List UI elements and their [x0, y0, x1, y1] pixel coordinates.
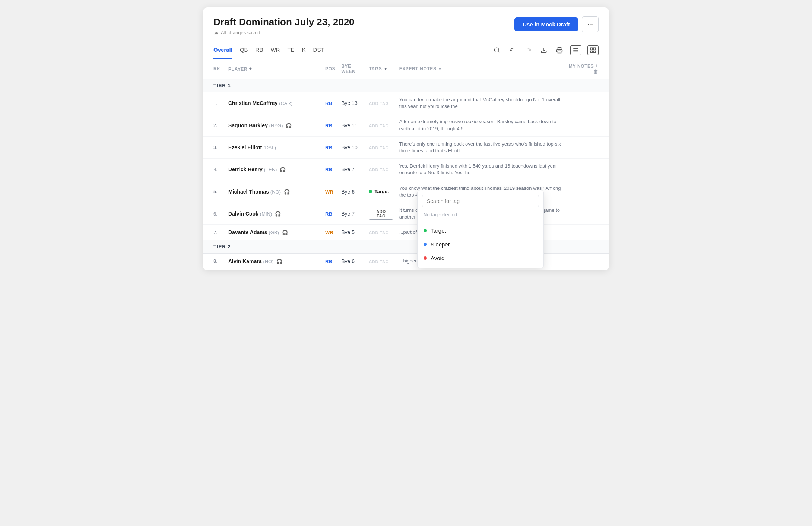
- player-2: Saquon Barkley (NYG) 🎧: [225, 114, 322, 136]
- grid-view-btn[interactable]: [587, 45, 599, 55]
- page-title: Draft Domination July 23, 2020: [213, 16, 355, 28]
- tab-k[interactable]: K: [302, 41, 306, 59]
- headset-icon-2: 🎧: [286, 123, 292, 128]
- bye-7: Bye 5: [338, 225, 366, 240]
- target-dot: [369, 190, 372, 193]
- redo-icon: [525, 47, 532, 54]
- tag-option-avoid[interactable]: Avoid: [418, 251, 543, 265]
- mynote-2: [564, 114, 609, 136]
- add-tag-button-6[interactable]: ADD TAG: [369, 208, 393, 220]
- mock-draft-button[interactable]: Use in Mock Draft: [514, 17, 578, 31]
- more-options-button[interactable]: ···: [582, 16, 599, 32]
- bye-4: Bye 7: [338, 159, 366, 181]
- player-5: Michael Thomas (NO) 🎧: [225, 181, 322, 203]
- tag-8[interactable]: ADD TAG: [366, 254, 396, 268]
- bye-5: Bye 6: [338, 181, 366, 203]
- add-tag-button-7[interactable]: ADD TAG: [369, 230, 388, 235]
- player-8: Alvin Kamara (NO) 🎧: [225, 254, 322, 268]
- nav-tabs: Overall QB RB WR TE K DST: [213, 41, 324, 59]
- mynote-6: [564, 203, 609, 224]
- table-header-row: RK PLAYER + POS BYE WEEK TAGS ▼ EXPERT N…: [203, 59, 609, 79]
- avoid-option-label: Avoid: [431, 255, 444, 261]
- tag-3[interactable]: ADD TAG: [366, 136, 396, 158]
- bye-6: Bye 7: [338, 203, 366, 224]
- mynote-4: [564, 159, 609, 181]
- tag-1[interactable]: ADD TAG: [366, 92, 396, 114]
- save-status: All changes saved: [221, 30, 260, 35]
- svg-rect-3: [558, 51, 561, 53]
- tag-4[interactable]: ADD TAG: [366, 159, 396, 181]
- tags-filter-icon[interactable]: ▼: [383, 66, 388, 71]
- undo-icon: [509, 47, 516, 54]
- add-tag-button-2[interactable]: ADD TAG: [369, 124, 388, 128]
- tab-dst[interactable]: DST: [313, 41, 324, 59]
- table-row: 8. Alvin Kamara (NO) 🎧 RB Bye 6 ADD TAG …: [203, 254, 609, 268]
- add-tag-button-3[interactable]: ADD TAG: [369, 146, 388, 150]
- tab-te[interactable]: TE: [287, 41, 294, 59]
- header: Draft Domination July 23, 2020 ☁ All cha…: [203, 7, 609, 41]
- tag-option-target[interactable]: Target: [418, 224, 543, 238]
- player-add-icon[interactable]: +: [249, 66, 252, 72]
- tab-wr[interactable]: WR: [270, 41, 280, 59]
- note-4: Yes, Derrick Henry finished with 1,540 y…: [396, 159, 565, 181]
- headset-icon-5: 🎧: [284, 189, 290, 195]
- tab-rb[interactable]: RB: [256, 41, 263, 59]
- redo-icon-btn[interactable]: [523, 45, 533, 55]
- table-row: 5. Michael Thomas (NO) 🎧 WR Bye 6 Target…: [203, 181, 609, 203]
- table-row: 6. Dalvin Cook (MIN) 🎧 RB Bye 7 ADD TAG …: [203, 203, 609, 224]
- tag-6[interactable]: ADD TAG: [366, 203, 396, 224]
- player-3: Ezekiel Elliott (DAL): [225, 136, 322, 158]
- tag-2[interactable]: ADD TAG: [366, 114, 396, 136]
- tag-no-selected: No tag selected: [418, 210, 543, 221]
- add-tag-button-4[interactable]: ADD TAG: [369, 168, 388, 172]
- headset-icon-6: 🎧: [275, 211, 281, 217]
- search-icon-btn[interactable]: [492, 45, 502, 55]
- undo-icon-btn[interactable]: [508, 45, 517, 55]
- tag-option-sleeper[interactable]: Sleeper: [418, 238, 543, 251]
- svg-line-1: [498, 51, 499, 52]
- svg-point-0: [494, 48, 499, 52]
- pos-7: WR: [322, 225, 338, 240]
- svg-rect-10: [594, 51, 596, 52]
- mynote-8: [564, 254, 609, 268]
- add-tag-button-8[interactable]: ADD TAG: [369, 259, 388, 264]
- rank-8: 8.: [203, 254, 225, 268]
- bye-2: Bye 11: [338, 114, 366, 136]
- mynote-7: [564, 225, 609, 240]
- svg-rect-7: [590, 48, 592, 50]
- download-icon-btn[interactable]: [539, 45, 549, 55]
- player-7: Davante Adams (GB) 🎧: [225, 225, 322, 240]
- table-row: 2. Saquon Barkley (NYG) 🎧 RB Bye 11 ADD …: [203, 114, 609, 136]
- avoid-option-dot: [424, 256, 427, 260]
- headset-icon-8: 🎧: [276, 259, 282, 264]
- nav-bar: Overall QB RB WR TE K DST: [203, 41, 609, 59]
- headset-icon-7: 🎧: [282, 230, 288, 235]
- rank-4: 4.: [203, 159, 225, 181]
- mynote-5: [564, 181, 609, 203]
- print-icon-btn[interactable]: [555, 45, 564, 55]
- pos-8: RB: [322, 254, 338, 268]
- col-tags: TAGS ▼: [366, 59, 396, 79]
- col-player: PLAYER +: [225, 59, 322, 79]
- tag-dropdown: No tag selected Target Sleeper Avoid: [417, 190, 544, 268]
- notes-expand-icon[interactable]: ▼: [438, 67, 442, 71]
- mynotes-delete-icon[interactable]: 🗑: [593, 69, 599, 75]
- search-icon: [494, 47, 500, 54]
- tab-overall[interactable]: Overall: [213, 41, 232, 59]
- tab-qb[interactable]: QB: [240, 41, 248, 59]
- pos-4: RB: [322, 159, 338, 181]
- tag-7[interactable]: ADD TAG: [366, 225, 396, 240]
- rank-7: 7.: [203, 225, 225, 240]
- tag-search-input[interactable]: [422, 195, 539, 207]
- rank-2: 2.: [203, 114, 225, 136]
- col-mynotes: MY NOTES + 🗑: [564, 59, 609, 79]
- add-tag-button-1[interactable]: ADD TAG: [369, 101, 388, 106]
- list-view-btn[interactable]: [570, 45, 581, 55]
- table-row: 4. Derrick Henry (TEN) 🎧 RB Bye 7 ADD TA…: [203, 159, 609, 181]
- target-option-label: Target: [431, 227, 446, 234]
- list-view-icon: [572, 47, 579, 54]
- mynote-3: [564, 136, 609, 158]
- mynotes-add-icon[interactable]: +: [595, 63, 599, 69]
- grid-view-icon: [590, 47, 596, 54]
- bye-3: Bye 10: [338, 136, 366, 158]
